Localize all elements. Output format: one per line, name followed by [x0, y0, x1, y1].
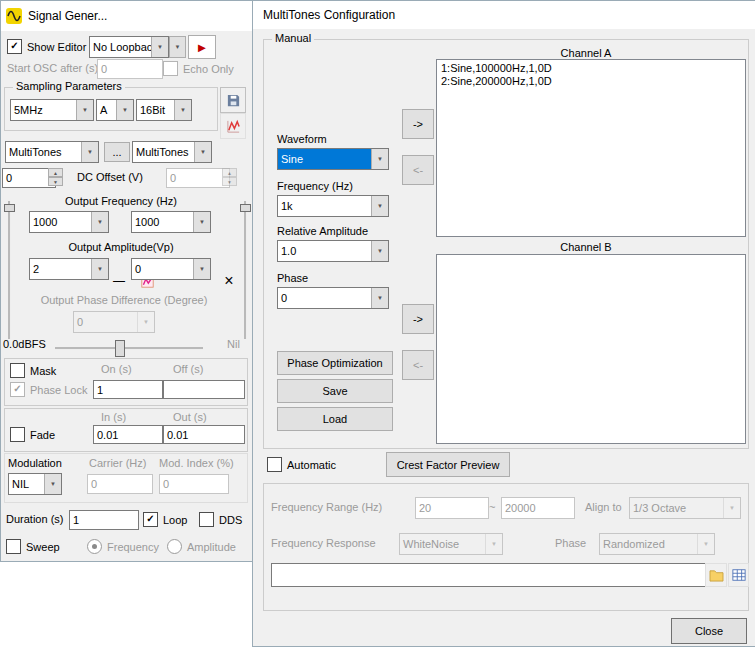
fade-in-input[interactable]: 0.01 [93, 425, 163, 444]
grid-view-button[interactable] [728, 563, 749, 587]
file-path-input[interactable] [271, 563, 709, 587]
fade-out-input[interactable]: 0.01 [163, 425, 245, 444]
checkbox-box: ✓ [143, 512, 158, 527]
save-icon [226, 93, 241, 108]
waveform-select[interactable]: Sine ▼ [277, 148, 389, 170]
phase-lock-checkbox: ✓ Phase Lock [10, 382, 87, 397]
dds-label: DDS [219, 514, 242, 526]
wave-type-b-value: MultiTones [133, 142, 194, 162]
duration-input[interactable]: 1 [69, 510, 139, 530]
sweep-checkbox[interactable]: Sweep [6, 539, 60, 554]
dds-checkbox[interactable]: DDS [199, 512, 242, 527]
output-amplitude-b-select[interactable]: 0 ▼ [131, 258, 211, 280]
output-amplitude-a-select[interactable]: 2 ▼ [29, 258, 109, 280]
check-icon: ✓ [13, 384, 21, 394]
list-item[interactable]: 2:Sine,200000Hz,1,0D [441, 75, 741, 88]
checkbox-box [267, 457, 282, 472]
wave-type-a-value: MultiTones [6, 142, 81, 162]
channel-b-list[interactable] [436, 254, 746, 444]
play-button[interactable]: ► [188, 35, 216, 59]
phase-difference-label: Output Phase Difference (Degree) [11, 294, 237, 306]
chevron-down-icon: ▼ [371, 196, 388, 216]
window-title: MultiTones Configuration [263, 8, 395, 22]
automatic-checkbox[interactable]: Automatic [267, 457, 336, 472]
frequency-response-value: WhiteNoise [400, 534, 485, 554]
phase-difference-value: 0 [74, 312, 137, 332]
add-arrow-label: -> [413, 313, 423, 325]
dc-offset-b-input: 0 [166, 168, 230, 188]
add-to-channel-a-button[interactable]: -> [402, 109, 434, 139]
nil-label: Nil [227, 338, 240, 350]
load-button[interactable]: Load [277, 407, 393, 431]
sampling-rate-value: 5MHz [11, 100, 76, 120]
fade-label: Fade [30, 429, 55, 441]
dbfs-label: 0.0dBFS [3, 338, 46, 350]
browse-folder-button[interactable] [705, 563, 727, 587]
output-frequency-a-select[interactable]: 1000 ▼ [29, 211, 109, 233]
phase-lock-off-input[interactable] [163, 380, 245, 399]
dbfs-slider-track[interactable] [55, 347, 203, 350]
frequency-range-label: Frequency Range (Hz) [271, 501, 382, 513]
phase-select[interactable]: 0 ▼ [277, 287, 389, 309]
multitones-titlebar[interactable]: MultiTones Configuration [253, 1, 755, 29]
dc-offset-b-spinner: ▲ ▼ [222, 168, 237, 186]
save-file-button[interactable] [220, 87, 246, 113]
close-dialog-button[interactable]: Close [671, 618, 747, 644]
phase-value: 0 [278, 288, 371, 308]
spin-up-icon: ▲ [222, 168, 237, 177]
output-amplitude-a-value: 2 [30, 259, 91, 279]
show-editor-checkbox[interactable]: ✓ Show Editor [7, 39, 86, 54]
check-icon: ✓ [10, 41, 18, 51]
relative-amplitude-select[interactable]: 1.0 ▼ [277, 240, 389, 262]
crest-factor-preview-button[interactable]: Crest Factor Preview [386, 452, 510, 477]
right-level-slider-track[interactable] [244, 201, 247, 339]
remove-from-channel-a-button[interactable]: <- [402, 155, 434, 185]
wave-type-b-select[interactable]: MultiTones ▼ [132, 141, 212, 163]
phase-label: Phase [277, 272, 308, 284]
start-osc-input: 0 [97, 59, 163, 79]
phase-lock-on-input[interactable]: 1 [93, 380, 163, 399]
align-to-label: Align to [585, 501, 622, 513]
right-level-slider-thumb[interactable] [240, 204, 251, 212]
loop-checkbox[interactable]: ✓ Loop [143, 512, 187, 527]
multitones-window: MultiTones Configuration × Manual Channe… [252, 0, 755, 647]
spectrum-icon-button[interactable] [220, 113, 246, 139]
window-title: Signal Gener... [28, 9, 107, 23]
sweep-amplitude-label: Amplitude [187, 541, 236, 553]
channel-a-list[interactable]: 1:Sine,100000Hz,1,0D 2:Sine,200000Hz,1,0… [436, 59, 746, 237]
left-level-slider-track[interactable] [8, 201, 11, 339]
fade-checkbox[interactable]: Fade [10, 427, 55, 442]
more-options-button[interactable]: ... [104, 142, 130, 162]
save-button[interactable]: Save [277, 379, 393, 403]
frequency-response-label: Frequency Response [271, 537, 376, 549]
remove-from-channel-b-button[interactable]: <- [402, 350, 434, 380]
left-level-slider-thumb[interactable] [4, 204, 15, 212]
dbfs-slider-thumb[interactable] [115, 340, 125, 357]
play-icon: ► [196, 40, 209, 55]
sampling-rate-select[interactable]: 5MHz ▼ [10, 99, 94, 121]
chevron-down-icon: ▼ [81, 142, 98, 162]
spin-down-icon[interactable]: ▼ [48, 177, 63, 186]
fade-in-label: In (s) [101, 411, 126, 423]
output-frequency-b-select[interactable]: 1000 ▼ [131, 211, 211, 233]
frequency-select[interactable]: 1k ▼ [277, 195, 389, 217]
spin-up-icon[interactable]: ▲ [48, 168, 63, 177]
loopback-select[interactable]: No Loopback ▼ [89, 36, 169, 58]
loopback-extra-dropdown-button[interactable]: ▼ [169, 36, 186, 58]
phase-optimization-button[interactable]: Phase Optimization [277, 351, 393, 375]
add-to-channel-b-button[interactable]: -> [402, 304, 434, 334]
range-separator: ~ [489, 501, 495, 513]
mask-checkbox[interactable]: Mask [10, 363, 56, 378]
wave-type-a-select[interactable]: MultiTones ▼ [5, 141, 99, 163]
checkbox-box [6, 539, 21, 554]
sampling-bits-select[interactable]: 16Bit ▼ [136, 99, 192, 121]
checkbox-box [10, 427, 25, 442]
modulation-select[interactable]: NIL ▼ [8, 473, 62, 495]
dc-offset-a-spinner[interactable]: ▲ ▼ [48, 168, 63, 186]
carrier-label: Carrier (Hz) [89, 457, 146, 469]
channel-b-label: Channel B [436, 241, 736, 253]
phase-mode-select: Randomized ▼ [599, 533, 715, 555]
sampling-channel-select[interactable]: A ▼ [96, 99, 134, 121]
checkbox-box: ✓ [10, 382, 25, 397]
list-item[interactable]: 1:Sine,100000Hz,1,0D [441, 62, 741, 75]
